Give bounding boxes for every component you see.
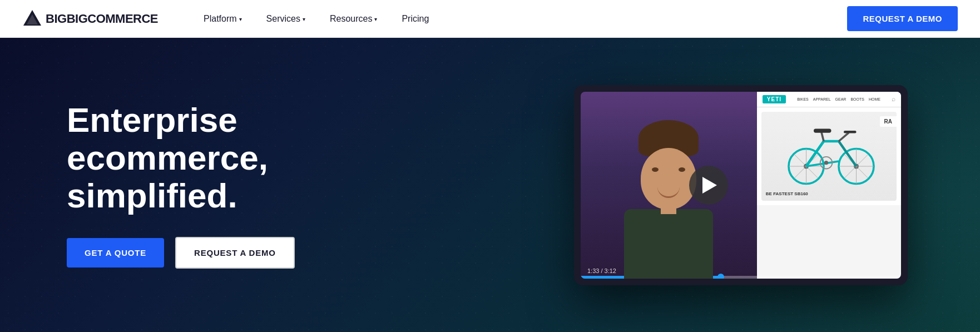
yeti-product-content: RA BE FASTEST SB160 [757,107,901,205]
chevron-down-icon: ▾ [303,16,305,22]
navbar-right: REQUEST A DEMO [847,6,958,31]
nav-item-pricing[interactable]: Pricing [389,0,441,38]
video-timestamp: 1:33 / 3:12 [587,267,616,274]
bike-svg [779,123,879,190]
nav-item-platform[interactable]: Platform ▾ [191,0,254,38]
bike-label: BE FASTEST SB160 [766,191,808,196]
laptop-screen: YETI BIKES APPAREL GEAR BOOTS HOME ⌕ [581,92,901,279]
play-button[interactable] [689,166,728,205]
request-demo-hero-button[interactable]: REQUEST A DEMO [175,237,295,269]
smile [657,187,680,198]
svg-rect-18 [814,128,831,132]
video-store-area: YETI BIKES APPAREL GEAR BOOTS HOME ⌕ [757,92,901,279]
hero-section: Enterprise ecommerce, simplified. GET A … [0,38,980,332]
svg-line-19 [839,132,849,141]
svg-point-22 [824,161,828,165]
yeti-search-icon: ⌕ [892,95,895,103]
navbar-nav: Platform ▾ Services ▾ Resources ▾ Pricin… [191,0,847,38]
nav-item-services[interactable]: Services ▾ [254,0,318,38]
chevron-down-icon: ▾ [239,16,242,22]
hero-title: Enterprise ecommerce, simplified. [67,101,356,215]
svg-rect-20 [844,131,857,133]
play-icon [702,177,717,194]
ra-badge: RA [880,116,897,127]
get-quote-button[interactable]: GET A QUOTE [67,238,164,267]
laptop-frame: YETI BIKES APPAREL GEAR BOOTS HOME ⌕ [574,85,908,285]
hero-buttons: GET A QUOTE REQUEST A DEMO [67,237,356,269]
person-body [624,209,713,279]
svg-line-15 [839,141,857,166]
svg-line-14 [806,141,824,166]
bike-image: RA BE FASTEST SB160 [761,112,897,201]
hero-video-container: YETI BIKES APPAREL GEAR BOOTS HOME ⌕ [568,85,913,285]
chevron-down-icon: ▾ [374,16,377,22]
navbar: BIGBIGCOMMERCE Platform ▾ Services ▾ Res… [0,0,980,38]
yeti-header: YETI BIKES APPAREL GEAR BOOTS HOME ⌕ [757,92,901,107]
logo-icon [22,9,42,29]
left-eye [652,167,659,172]
video-person-area [581,92,757,279]
right-eye [679,167,685,172]
nav-item-resources[interactable]: Resources ▾ [318,0,389,38]
person-face [641,148,696,209]
request-demo-nav-button[interactable]: REQUEST A DEMO [847,6,958,31]
yeti-logo: YETI [763,95,786,103]
logo-text: BIGBIGCOMMERCE [46,12,158,26]
yeti-nav: BIKES APPAREL GEAR BOOTS HOME [797,97,880,101]
logo-link[interactable]: BIGBIGCOMMERCE [22,9,158,29]
hero-content: Enterprise ecommerce, simplified. GET A … [67,101,356,269]
